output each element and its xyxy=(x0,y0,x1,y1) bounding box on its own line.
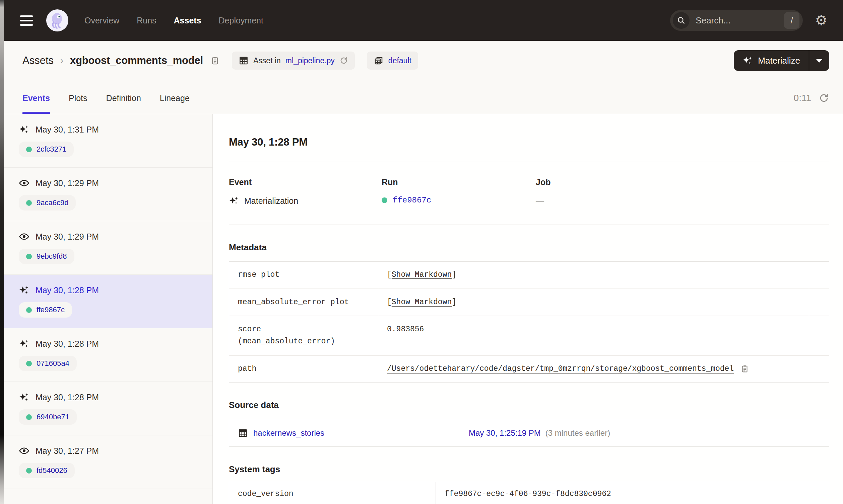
run-link[interactable]: 9aca6c9d xyxy=(36,198,68,207)
system-tag-value: ffe9867c-ec9c-4f06-939c-f8dc830c0962 xyxy=(435,482,829,504)
breadcrumb-assets-link[interactable]: Assets xyxy=(22,55,54,67)
run-pill[interactable]: 9aca6c9d xyxy=(19,195,76,211)
octopus-logo-icon xyxy=(48,11,67,30)
copy-path-icon[interactable] xyxy=(740,364,749,374)
auto-refresh-control: 0:11 xyxy=(794,80,829,114)
nav-item-assets[interactable]: Assets xyxy=(174,16,201,25)
refresh-icon[interactable] xyxy=(819,93,829,103)
run-pill[interactable]: fd540026 xyxy=(19,463,75,478)
refresh-countdown: 0:11 xyxy=(794,93,811,103)
event-time: May 30, 1:29 PM xyxy=(35,232,99,241)
asset-group-chip[interactable]: default xyxy=(367,52,418,70)
run-status-dot xyxy=(382,197,387,203)
asset-context-chips: Asset in ml_pipeline.py xyxy=(232,52,418,70)
copy-asset-name-icon[interactable] xyxy=(210,56,220,66)
metadata-table: rmse plot [Show Markdown] mean_absolute_… xyxy=(229,262,829,382)
run-link[interactable]: ffe9867c xyxy=(36,306,65,314)
nav-item-deployment[interactable]: Deployment xyxy=(219,16,263,25)
tab-plots[interactable]: Plots xyxy=(69,80,87,114)
asset-group-link[interactable]: default xyxy=(388,56,411,65)
metadata-row-actions xyxy=(809,262,829,288)
event-type-value: Materialization xyxy=(244,196,298,206)
materialize-button[interactable]: Materialize xyxy=(734,50,809,71)
tab-lineage[interactable]: Lineage xyxy=(160,80,190,114)
observation-icon xyxy=(19,231,30,242)
source-timestamp-link[interactable]: May 30, 1:25:19 PM xyxy=(469,427,541,439)
source-data-section: Source data xyxy=(229,400,829,447)
metadata-section: Metadata rmse plot [Show Markdown] mean_… xyxy=(229,242,829,382)
event-time: May 30, 1:27 PM xyxy=(35,446,99,456)
event-time: May 30, 1:28 PM xyxy=(35,393,99,402)
event-summary-columns: Event Materialization Run ffe9867c xyxy=(229,177,829,206)
settings-gear-icon[interactable]: ⚙ xyxy=(815,13,828,28)
reload-code-location-icon[interactable] xyxy=(340,56,348,65)
tab-definition[interactable]: Definition xyxy=(106,80,141,114)
event-list-item[interactable]: May 30, 1:28 PM 6940be71 xyxy=(4,382,212,435)
asset-tabs: Events Plots Definition Lineage 0:11 xyxy=(4,80,843,114)
menu-icon[interactable] xyxy=(20,15,33,26)
source-time-note: (3 minutes earlier) xyxy=(546,427,610,439)
page-title: xgboost_comments_model xyxy=(70,55,203,67)
table-grid-icon xyxy=(238,428,248,438)
sparkle-icon xyxy=(742,56,753,66)
nav-item-runs[interactable]: Runs xyxy=(137,16,156,25)
run-link[interactable]: fd540026 xyxy=(36,466,67,475)
code-location-prefix: Asset in xyxy=(253,56,281,65)
source-asset-link[interactable]: hackernews_stories xyxy=(253,427,324,439)
dagster-logo[interactable] xyxy=(46,10,68,32)
system-tags-table: code_version ffe9867c-ec9c-4f06-939c-f8d… xyxy=(229,482,829,504)
search-input[interactable] xyxy=(695,15,784,26)
materialization-icon xyxy=(19,338,30,349)
event-list-item[interactable]: May 30, 1:28 PM 071605a4 xyxy=(4,328,212,382)
nav-item-overview[interactable]: Overview xyxy=(84,16,119,25)
materialization-icon xyxy=(19,285,30,295)
divider xyxy=(229,162,829,162)
materialization-icon xyxy=(19,392,30,402)
markdown-bracket: ] xyxy=(452,296,457,309)
run-pill[interactable]: ffe9867c xyxy=(19,302,72,318)
code-location-link[interactable]: ml_pipeline.py xyxy=(286,56,335,65)
show-markdown-link[interactable]: Show Markdown xyxy=(392,269,452,281)
event-list-item[interactable]: May 30, 1:31 PM 2cfc3271 xyxy=(4,114,212,168)
event-time: May 30, 1:29 PM xyxy=(35,178,99,188)
event-list-item-selected[interactable]: May 30, 1:28 PM ffe9867c xyxy=(4,275,212,328)
metadata-row: rmse plot [Show Markdown] xyxy=(229,262,829,288)
show-markdown-link[interactable]: Show Markdown xyxy=(392,296,452,309)
metadata-key: mean_absolute_error plot xyxy=(229,289,378,316)
run-link[interactable]: 6940be71 xyxy=(36,413,69,421)
metadata-key: rmse plot xyxy=(229,262,378,288)
event-detail-panel: May 30, 1:28 PM Event Materialization xyxy=(213,114,843,504)
run-link[interactable]: 071605a4 xyxy=(36,359,69,368)
page-header: Assets › xgboost_comments_model xyxy=(4,41,843,80)
event-list-item[interactable]: May 30, 1:29 PM 9aca6c9d xyxy=(4,168,212,221)
table-grid-icon xyxy=(239,56,248,66)
event-list-item[interactable]: May 30, 1:27 PM fd540026 xyxy=(4,435,212,489)
materialize-split-button: Materialize xyxy=(734,50,829,71)
metadata-heading: Metadata xyxy=(229,242,829,253)
run-pill[interactable]: 9ebc9fd8 xyxy=(19,249,74,264)
run-pill[interactable]: 071605a4 xyxy=(19,356,77,371)
event-list-item[interactable]: May 30, 1:29 PM 9ebc9fd8 xyxy=(4,221,212,275)
run-link[interactable]: 9ebc9fd8 xyxy=(36,252,67,261)
run-status-dot xyxy=(26,200,32,206)
run-pill[interactable]: 6940be71 xyxy=(19,409,77,425)
code-location-chip[interactable]: Asset in ml_pipeline.py xyxy=(232,52,355,70)
tab-events[interactable]: Events xyxy=(22,80,50,114)
source-data-row: hackernews_stories May 30, 1:25:19 PM (3… xyxy=(229,419,829,447)
dagster-app: Overview Runs Assets Deployment / ⚙ Asse… xyxy=(0,0,843,504)
search-icon xyxy=(673,12,690,29)
global-search[interactable]: / xyxy=(670,10,803,31)
run-link[interactable]: 2cfc3271 xyxy=(36,145,66,154)
path-link[interactable]: /Users/odetteharary/code/dagster/tmp_0mz… xyxy=(387,363,734,375)
run-status-dot xyxy=(26,147,32,152)
run-pill[interactable]: 2cfc3271 xyxy=(19,142,74,157)
system-tag-key: code_version xyxy=(229,482,435,504)
system-tag-row: code_version ffe9867c-ec9c-4f06-939c-f8d… xyxy=(229,482,829,504)
run-link[interactable]: ffe9867c xyxy=(393,196,431,205)
metadata-row: score (mean_absolute_error) 0.983856 xyxy=(229,316,829,355)
primary-nav: Overview Runs Assets Deployment xyxy=(84,16,263,25)
metadata-row: path /Users/odetteharary/code/dagster/tm… xyxy=(229,355,829,382)
materialize-options-button[interactable] xyxy=(809,50,829,71)
materialization-icon xyxy=(19,124,30,135)
run-status-dot xyxy=(26,414,32,420)
